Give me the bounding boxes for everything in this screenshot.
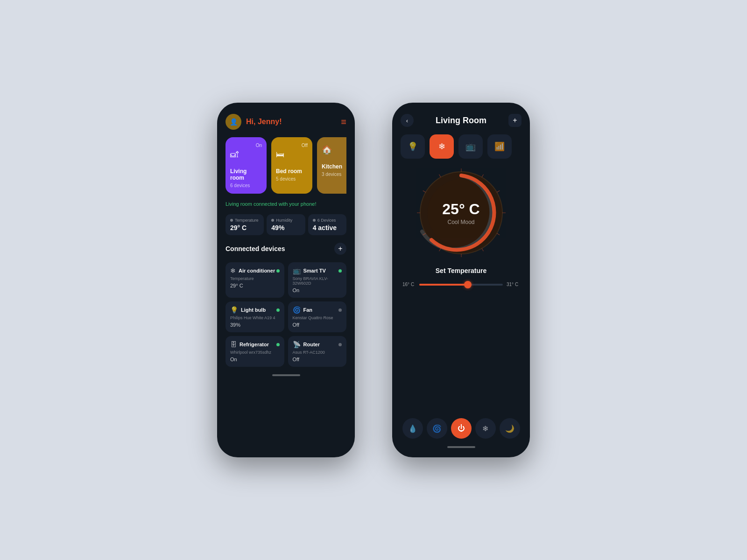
- ac-sub: Temperature: [230, 276, 280, 281]
- fridge-state: On: [230, 357, 280, 362]
- stat-dot-2: [271, 219, 274, 222]
- device-card-bulb[interactable]: 💡 Light bulb Philips Hue White A19 4 39%: [226, 301, 284, 332]
- scroll-indicator: [272, 374, 300, 376]
- router-status-dot: [338, 343, 342, 346]
- stats-row: Temperature 29° C Humidity 49% 6 Devices…: [226, 214, 346, 235]
- rooms-row: On 🛋 Living room 6 devices Off 🛏 Bed roo…: [226, 137, 346, 194]
- right-add-button[interactable]: +: [508, 114, 521, 127]
- slider-thumb[interactable]: [464, 281, 472, 288]
- device-top-bulb: 💡 Light bulb: [230, 306, 280, 314]
- back-button[interactable]: ‹: [401, 114, 414, 127]
- dtype-ac-button[interactable]: ❄: [430, 134, 454, 159]
- temperature-dial: 25° C Cool Mood: [415, 166, 508, 259]
- dial-temperature: 25° C: [442, 201, 479, 218]
- ac-state: 29° C: [230, 283, 280, 288]
- fan-status-dot: [338, 308, 342, 312]
- svg-line-12: [439, 175, 441, 177]
- tv-sub: Sony BRAVIA KLV-32W602D: [293, 276, 342, 286]
- dial-mode: Cool Mood: [442, 219, 479, 225]
- router-name: Router: [303, 342, 320, 347]
- tv-icon: 📺: [293, 267, 301, 274]
- room-card-kitchen[interactable]: 🏠 Kitchen 3 devices: [317, 137, 346, 194]
- room-status-bedroom: Off: [276, 143, 308, 148]
- device-card-tv[interactable]: 📺 Smart TV Sony BRAVIA KLV-32W602D On: [288, 262, 347, 298]
- svg-line-8: [439, 248, 441, 251]
- device-icon-wrap-fan: 🌀 Fan: [293, 306, 313, 314]
- device-top-tv: 📺 Smart TV: [293, 267, 342, 274]
- stat-dot: [230, 219, 233, 222]
- room-icon-bedroom: 🛏: [276, 150, 308, 160]
- svg-line-3: [497, 191, 500, 193]
- right-header: ‹ Living Room +: [401, 114, 521, 127]
- dial-center: 25° C Cool Mood: [442, 201, 479, 225]
- add-device-button[interactable]: +: [334, 243, 346, 255]
- fan-state: Off: [293, 322, 342, 328]
- room-card-living[interactable]: On 🛋 Living room 6 devices: [226, 137, 267, 194]
- devices-grid: ❄ Air conditioner Temperature 29° C 📺 Sm…: [226, 262, 346, 367]
- sleep-control-button[interactable]: 🌙: [500, 418, 520, 439]
- stat-dot-3: [313, 219, 316, 222]
- device-top-router: 📡 Router: [293, 341, 342, 348]
- room-icon-living: 🛋: [230, 150, 262, 160]
- temperature-slider[interactable]: [419, 284, 503, 286]
- device-card-ac[interactable]: ❄ Air conditioner Temperature 29° C: [226, 262, 284, 298]
- room-status-living: On: [230, 143, 262, 148]
- fridge-icon: 🗄: [230, 341, 237, 348]
- room-title: Living Room: [436, 116, 486, 126]
- svg-line-11: [423, 191, 425, 193]
- device-icon-wrap-bulb: 💡 Light bulb: [230, 306, 266, 314]
- device-icon-wrap-fridge: 🗄 Refrigerator: [230, 341, 269, 348]
- fan-control-button[interactable]: 🌀: [427, 418, 447, 439]
- room-devices-bedroom: 5 devices: [276, 176, 308, 182]
- ac-name: Air conditioner: [239, 268, 275, 273]
- device-card-fridge[interactable]: 🗄 Refrigerator Whirlpool wrx735sdhz On: [226, 336, 284, 367]
- stat-humidity: Humidity 49%: [267, 214, 305, 235]
- slider-fill: [419, 284, 468, 286]
- svg-line-5: [497, 233, 500, 235]
- device-card-router[interactable]: 📡 Router Asus RT-AC1200 Off: [288, 336, 347, 367]
- room-name-kitchen: Kitchen: [322, 163, 346, 170]
- ac-icon: ❄: [230, 267, 236, 274]
- user-name: Jenny!: [258, 118, 282, 126]
- tv-status-dot: [338, 269, 342, 273]
- stat-temp-value: 29° C: [230, 224, 259, 231]
- device-types-row: 💡 ❄ 📺 📶: [401, 134, 521, 159]
- bulb-state: 39%: [230, 322, 280, 328]
- power-control-button[interactable]: ⏻: [451, 418, 472, 439]
- bulb-name: Light bulb: [241, 307, 266, 313]
- dtype-router-button[interactable]: 📶: [487, 134, 512, 159]
- right-scroll-indicator: [447, 446, 475, 448]
- header-left: 👤 Hi, Jenny!: [226, 114, 282, 130]
- humidity-control-button[interactable]: 💧: [402, 418, 423, 439]
- fridge-status-dot: [276, 343, 280, 346]
- dtype-tv-button[interactable]: 📺: [458, 134, 483, 159]
- fridge-name: Refrigerator: [240, 342, 269, 347]
- device-top-fridge: 🗄 Refrigerator: [230, 341, 280, 348]
- stat-hum-label: Humidity: [271, 218, 300, 223]
- stat-devices: 6 Devices 4 active: [308, 214, 346, 235]
- device-top-fan: 🌀 Fan: [293, 306, 342, 314]
- ac-status-dot: [276, 269, 280, 273]
- device-icon-wrap-router: 📡 Router: [293, 341, 320, 348]
- bulb-sub: Philips Hue White A19 4: [230, 315, 280, 320]
- greeting: Hi, Jenny!: [246, 118, 282, 126]
- menu-button[interactable]: ≡: [341, 117, 346, 127]
- snowflake-control-button[interactable]: ❄: [475, 418, 496, 439]
- dtype-light-button[interactable]: 💡: [401, 134, 425, 159]
- fan-sub: Kenstar Quattro Rose: [293, 315, 342, 320]
- stat-dev-value: 4 active: [313, 224, 342, 231]
- router-state: Off: [293, 357, 342, 362]
- stat-dev-label: 6 Devices: [313, 218, 342, 223]
- devices-section-header: Connected devices +: [226, 243, 346, 255]
- left-phone: 👤 Hi, Jenny! ≡ On 🛋 Living room 6 device…: [217, 103, 355, 457]
- svg-line-6: [482, 248, 484, 251]
- room-devices-living: 6 devices: [230, 183, 262, 188]
- avatar: 👤: [226, 114, 241, 130]
- connection-text: Living room connected with your phone!: [226, 201, 346, 207]
- room-devices-kitchen: 3 devices: [322, 172, 346, 177]
- header: 👤 Hi, Jenny! ≡: [226, 114, 346, 130]
- temperature-slider-row: 16° C 31° C: [401, 282, 521, 287]
- device-card-fan[interactable]: 🌀 Fan Kenstar Quattro Rose Off: [288, 301, 347, 332]
- right-phone: ‹ Living Room + 💡 ❄ 📺 📶: [392, 103, 530, 457]
- room-card-bedroom[interactable]: Off 🛏 Bed room 5 devices: [271, 137, 312, 194]
